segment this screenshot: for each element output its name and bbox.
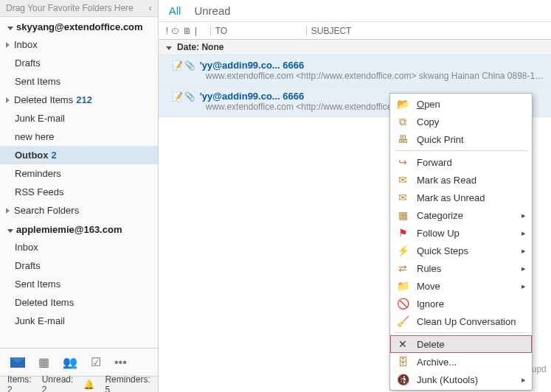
folder-label: Deleted Items <box>14 94 73 105</box>
sidebar-folder[interactable]: Drafts <box>0 256 158 275</box>
folder-label: Inbox <box>14 39 38 50</box>
sidebar-folder[interactable]: Reminders <box>0 164 158 183</box>
ctx-delete[interactable]: ✕Delete <box>390 335 532 353</box>
sidebar-folder[interactable]: Junk E-mail <box>0 109 158 127</box>
tab-unread[interactable]: Unread <box>194 4 230 17</box>
attachment-icon: 📎 <box>184 91 195 102</box>
more-icon[interactable]: ••• <box>114 356 127 369</box>
sidebar-folder[interactable]: Sent Items <box>0 275 158 293</box>
print-icon: 🖶 <box>396 133 409 146</box>
collapse-icon[interactable]: ‹ <box>149 3 152 13</box>
cleanup-icon: 🧹 <box>396 315 409 328</box>
ctx-quicksteps[interactable]: ⚡Quick Steps▸ <box>390 242 532 259</box>
attachment-icon: 📎 <box>184 60 195 71</box>
sidebar-folder[interactable]: Deleted Items <box>0 293 158 312</box>
folder-sidebar: Drag Your Favorite Folders Here ‹ skyyan… <box>0 0 159 392</box>
folder-label: Drafts <box>15 57 41 69</box>
folder-count: 212 <box>76 94 92 105</box>
archive-icon: 🗄 <box>396 355 409 368</box>
mail-icon: ✉ <box>396 191 409 204</box>
ctx-mark-read[interactable]: ✉Mark as Read <box>390 171 532 189</box>
caret-down-icon <box>166 46 172 50</box>
sidebar-folder[interactable]: Inbox <box>0 238 158 256</box>
ctx-move[interactable]: 📁Move▸ <box>390 277 532 295</box>
sidebar-folder[interactable]: Sent Items <box>0 72 158 91</box>
folder-label: Sent Items <box>15 76 60 87</box>
col-attach[interactable]: 🗎 <box>183 26 192 36</box>
ctx-open[interactable]: 📂Open <box>390 95 532 113</box>
sidebar-folder[interactable]: new here <box>0 127 158 146</box>
column-headers: ! ⏲ 🗎 | TO SUBJECT <box>159 22 551 40</box>
people-icon[interactable]: 👥 <box>63 355 77 369</box>
status-bar: Items: 2 Unread: 2 🔔 Reminders: 5 <box>0 376 158 392</box>
flag-icon: ⚑ <box>396 226 409 239</box>
tab-all[interactable]: All <box>169 4 181 17</box>
ctx-followup[interactable]: ⚑Follow Up▸ <box>390 224 532 242</box>
folder-label: Search Folders <box>14 205 79 216</box>
sidebar-folder[interactable]: Junk E-mail <box>0 312 158 330</box>
sidebar-folder[interactable]: Deleted Items212 <box>0 91 158 109</box>
chevron-right-icon: ▸ <box>521 281 526 291</box>
mail-open-icon: ✉ <box>396 173 409 186</box>
draft-icon: 📝 <box>172 91 183 102</box>
status-unread: Unread: 2 <box>42 374 74 393</box>
calendar-icon[interactable]: ▦ <box>38 355 49 369</box>
col-reminder[interactable]: ⏲ <box>171 26 180 36</box>
col-importance[interactable]: ! <box>166 26 168 36</box>
sidebar-folder[interactable]: Search Folders <box>0 201 158 220</box>
ctx-archive[interactable]: 🗄Archive... <box>390 353 532 371</box>
ctx-rules[interactable]: ⇄Rules▸ <box>390 259 532 277</box>
folder-label: Sent Items <box>15 279 60 290</box>
sidebar-folder[interactable]: Drafts <box>0 54 158 72</box>
favorites-header: Drag Your Favorite Folders Here ‹ <box>0 0 158 17</box>
col-subject[interactable]: SUBJECT <box>306 26 551 36</box>
folder-label: RSS Feeds <box>15 186 63 197</box>
account-header[interactable]: skyyang@extendoffice.com <box>0 17 158 35</box>
filter-tabs: All Unread <box>159 0 551 22</box>
account-header[interactable]: applemiemie@163.com <box>0 220 158 238</box>
message-to: 'yy@addin99.co... 6666 <box>200 91 305 102</box>
ctx-categorize[interactable]: ▦Categorize▸ <box>390 206 532 224</box>
col-flag[interactable]: | <box>195 26 197 36</box>
ctx-forward[interactable]: ↪Forward <box>390 153 532 171</box>
chevron-right-icon: ▸ <box>521 228 526 238</box>
chevron-right-icon: ▸ <box>521 264 526 273</box>
folder-label: Junk E-mail <box>15 315 65 326</box>
caret-down-icon <box>7 27 13 30</box>
junk-icon: 🚯 <box>396 373 409 386</box>
folder-label: Drafts <box>15 260 41 271</box>
folder-label: Inbox <box>15 242 38 253</box>
ctx-cleanup[interactable]: 🧹Clean Up Conversation <box>390 312 532 330</box>
ctx-mark-unread[interactable]: ✉Mark as Unread <box>390 189 532 206</box>
col-to[interactable]: TO <box>210 26 306 36</box>
ctx-ignore[interactable]: 🚫Ignore <box>390 295 532 312</box>
message-row[interactable]: 📝📎'yy@addin99.co... 6666www.extendoffice… <box>159 55 551 86</box>
folder-label: new here <box>15 131 54 142</box>
group-header[interactable]: Date: None <box>159 40 551 55</box>
reminder-icon: 🔔 <box>83 379 94 390</box>
context-menu: 📂Open ⧉Copy 🖶Quick Print ↪Forward ✉Mark … <box>389 93 533 391</box>
chevron-right-icon: ▸ <box>521 246 526 256</box>
folder-label: Junk E-mail <box>15 113 65 124</box>
folder-open-icon: 📂 <box>396 97 409 111</box>
folder-count: 2 <box>52 150 57 161</box>
folder-label: Reminders <box>15 168 61 179</box>
sidebar-folder[interactable]: Inbox <box>0 35 158 54</box>
tasks-icon[interactable]: ☑ <box>91 355 101 369</box>
ctx-junk[interactable]: 🚯Junk (Kutools)▸ <box>390 371 532 388</box>
sidebar-folder[interactable]: RSS Feeds <box>0 183 158 201</box>
favorites-hint: Drag Your Favorite Folders Here <box>6 3 134 13</box>
ctx-copy[interactable]: ⧉Copy <box>390 113 532 130</box>
copy-icon: ⧉ <box>396 115 409 128</box>
message-preview: www.extendoffice.com <http://www.extendo… <box>206 71 545 81</box>
mail-icon[interactable] <box>10 357 25 368</box>
delete-icon: ✕ <box>396 337 409 351</box>
folder-label: Deleted Items <box>15 297 74 308</box>
chevron-right-icon: ▸ <box>521 211 526 220</box>
message-to: 'yy@addin99.co... 6666 <box>200 60 305 71</box>
rules-icon: ⇄ <box>396 262 409 275</box>
forward-icon: ↪ <box>396 155 409 169</box>
sidebar-folder[interactable]: Outbox2 <box>0 146 158 164</box>
caret-down-icon <box>7 229 13 233</box>
ctx-quick-print[interactable]: 🖶Quick Print <box>390 130 532 148</box>
